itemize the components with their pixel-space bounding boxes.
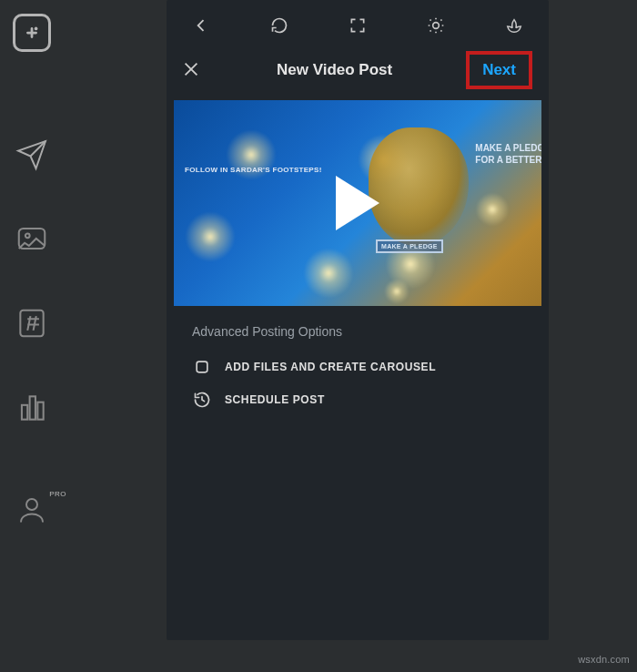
video-overlay-text: FOLLOW IN SARDAR'S FOOTSTEPS! (185, 166, 322, 174)
svg-rect-7 (37, 402, 43, 420)
create-post-button[interactable] (13, 14, 51, 52)
back-icon[interactable] (190, 15, 212, 36)
video-overlay-sparkle (224, 127, 278, 182)
schedule-label: SCHEDULE POST (225, 393, 325, 406)
editor-top-toolbar (174, 7, 541, 44)
post-editor-panel: New Video Post Next FOLLOW IN SARDAR'S F… (167, 0, 549, 640)
page-title: New Video Post (277, 61, 392, 79)
watermark-text: wsxdn.com (578, 654, 630, 665)
svg-rect-5 (22, 405, 27, 420)
video-overlay-button: MAKE A PLEDGE (376, 239, 443, 253)
carousel-icon (192, 357, 212, 377)
next-button-highlight: Next (466, 51, 532, 89)
schedule-option[interactable]: SCHEDULE POST (192, 388, 527, 412)
video-overlay-portrait (369, 127, 469, 246)
video-overlay-text: MAKE A PLEDGFOR A BETTER I (475, 142, 541, 166)
video-overlay-sparkle (183, 209, 238, 264)
next-button[interactable]: Next (482, 61, 516, 78)
svg-rect-4 (20, 311, 43, 337)
add-carousel-label: ADD FILES AND CREATE CAROUSEL (225, 361, 436, 373)
fullscreen-icon[interactable] (347, 15, 369, 36)
video-overlay-sparkle (474, 191, 511, 228)
svg-point-3 (25, 233, 30, 238)
video-overlay-sparkle (383, 278, 410, 305)
analytics-icon[interactable] (15, 391, 49, 425)
hashtag-calendar-icon[interactable] (15, 306, 49, 341)
svg-point-8 (26, 499, 37, 510)
lotus-icon[interactable] (503, 15, 525, 36)
refresh-icon[interactable] (268, 15, 290, 36)
play-icon[interactable] (336, 176, 379, 230)
plus-square-icon (22, 23, 42, 43)
video-overlay-sparkle (301, 246, 356, 300)
profile-pro-icon[interactable]: PRO (15, 494, 48, 526)
app-sidebar: PRO (0, 0, 64, 672)
svg-rect-10 (197, 361, 207, 372)
close-button[interactable] (181, 59, 203, 81)
schedule-icon (192, 390, 212, 410)
add-carousel-option[interactable]: ADD FILES AND CREATE CAROUSEL (192, 355, 527, 379)
brightness-icon[interactable] (425, 15, 447, 36)
image-icon[interactable] (15, 221, 49, 256)
svg-point-1 (35, 27, 38, 31)
advanced-options-title: Advanced Posting Options (192, 324, 527, 339)
svg-point-9 (433, 23, 440, 29)
advanced-options-section: Advanced Posting Options ADD FILES AND C… (174, 306, 541, 428)
pro-badge-label: PRO (49, 490, 66, 498)
svg-rect-6 (30, 396, 35, 419)
video-preview[interactable]: FOLLOW IN SARDAR'S FOOTSTEPS! MAKE A PLE… (174, 100, 541, 306)
editor-header: New Video Post Next (174, 44, 541, 100)
send-icon[interactable] (15, 138, 48, 171)
